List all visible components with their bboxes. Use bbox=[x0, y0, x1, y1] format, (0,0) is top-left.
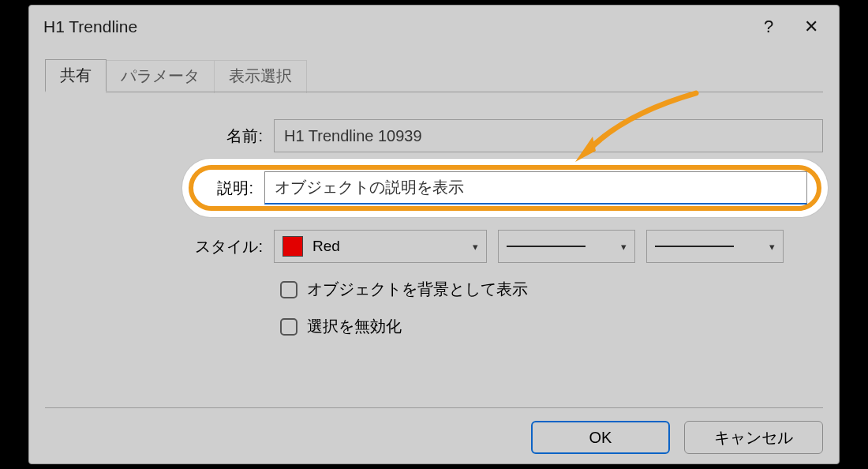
chevron-down-icon: ▾ bbox=[473, 241, 478, 253]
chevron-down-icon: ▾ bbox=[769, 241, 775, 253]
name-field[interactable]: H1 Trendline 10939 bbox=[274, 119, 823, 152]
color-dropdown[interactable]: Red ▾ bbox=[274, 230, 487, 263]
line-width-dropdown[interactable]: ▾ bbox=[498, 230, 635, 263]
row-disable-select: 選択を無効化 bbox=[45, 316, 823, 337]
label-style: スタイル: bbox=[45, 236, 274, 257]
color-name: Red bbox=[312, 238, 340, 255]
close-icon[interactable]: ✕ bbox=[790, 11, 832, 43]
label-draw-as-bg: オブジェクトを背景として表示 bbox=[307, 279, 528, 300]
description-input[interactable]: オブジェクトの説明を表示 bbox=[264, 171, 807, 204]
tab-underline bbox=[45, 92, 823, 92]
tab-display[interactable]: 表示選択 bbox=[214, 60, 307, 93]
checkbox-draw-as-bg[interactable] bbox=[280, 281, 297, 298]
line-width-sample bbox=[507, 246, 586, 247]
dialog-title: H1 Trendline bbox=[43, 17, 747, 36]
tab-parameters[interactable]: パラメータ bbox=[106, 60, 215, 93]
color-swatch bbox=[282, 236, 303, 257]
footer: OK キャンセル bbox=[45, 407, 823, 454]
line-style-dropdown[interactable]: ▾ bbox=[646, 230, 784, 263]
checkbox-disable-select[interactable] bbox=[280, 318, 297, 336]
ok-button[interactable]: OK bbox=[531, 421, 670, 454]
description-value: オブジェクトの説明を表示 bbox=[275, 177, 464, 198]
row-draw-bg: オブジェクトを背景として表示 bbox=[45, 279, 823, 300]
cancel-button[interactable]: キャンセル bbox=[684, 421, 823, 454]
chevron-down-icon: ▾ bbox=[621, 241, 627, 253]
label-name: 名前: bbox=[45, 126, 274, 147]
highlight-annotation: 説明: オブジェクトの説明を表示 bbox=[182, 159, 828, 217]
titlebar: H1 Trendline ? ✕ bbox=[29, 6, 839, 48]
line-style-sample bbox=[655, 246, 734, 247]
name-value: H1 Trendline 10939 bbox=[284, 127, 422, 145]
dialog: H1 Trendline ? ✕ 共有 パラメータ 表示選択 名前: H1 Tr… bbox=[28, 5, 840, 464]
label-description: 説明: bbox=[203, 178, 264, 199]
form-area: 名前: H1 Trendline 10939 スタイル: Red ▾ ▾ ▾ bbox=[45, 108, 823, 353]
help-icon[interactable]: ? bbox=[747, 11, 790, 43]
tab-common[interactable]: 共有 bbox=[45, 59, 107, 92]
label-disable-select: 選択を無効化 bbox=[307, 316, 402, 337]
row-description: 説明: オブジェクトの説明を表示 bbox=[203, 171, 807, 204]
row-name: 名前: H1 Trendline 10939 bbox=[45, 119, 823, 152]
tab-strip: 共有 パラメータ 表示選択 bbox=[45, 59, 839, 92]
row-style: スタイル: Red ▾ ▾ ▾ bbox=[45, 230, 823, 263]
